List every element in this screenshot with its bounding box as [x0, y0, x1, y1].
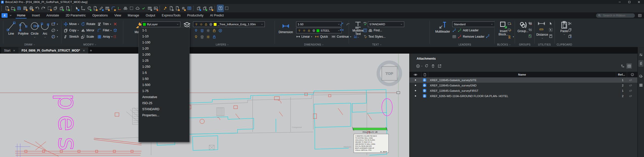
attachment-name[interactable]: XREF_118645-Gatwick_surveyFIRST [428, 89, 615, 92]
hatch-edit-icon[interactable] [104, 5, 110, 12]
utilities-group-label[interactable]: UTILITIES [538, 43, 551, 46]
sketch-icon[interactable] [110, 5, 116, 12]
layer-plot-icon[interactable] [209, 23, 212, 26]
leader-style-edit-icon[interactable] [486, 34, 490, 38]
save-as-icon[interactable] [22, 5, 28, 12]
scale-button[interactable]: Scale [81, 34, 94, 39]
tab-operations[interactable]: Operations [89, 12, 111, 18]
array-button[interactable]: Array▾ [97, 34, 112, 39]
fillet-button[interactable]: Fillet▾ [97, 28, 111, 33]
maximize-button[interactable] [628, 1, 631, 4]
leader-style-combo[interactable]: Standard [452, 21, 495, 27]
text-style-combo[interactable]: STANDARD [368, 21, 404, 27]
info-column-header[interactable] [627, 72, 638, 77]
select-cursor-icon[interactable] [74, 5, 80, 12]
mirror-button[interactable]: Mirror [81, 28, 94, 33]
add-attachment-chevron-icon[interactable] [421, 64, 423, 68]
sun-icon[interactable] [302, 29, 306, 32]
table-export-icon[interactable] [147, 5, 153, 12]
text-group-label[interactable]: TEXT [372, 43, 382, 46]
attachment-name[interactable]: XREF_118645-Gatwick_surveyGND [428, 84, 615, 87]
arc-length-dim-icon[interactable] [346, 22, 350, 26]
layer-merge-icon[interactable] [200, 35, 204, 39]
export-icon[interactable] [64, 5, 70, 12]
group-button[interactable]: Group... [516, 20, 530, 33]
edit-inplace-icon[interactable] [98, 5, 104, 12]
layers-group-label[interactable]: LAYERS [216, 43, 229, 46]
close-button[interactable] [637, 1, 640, 4]
layer-thaw-sun-icon[interactable] [199, 23, 203, 26]
visibility-column-header[interactable] [410, 72, 421, 77]
rectangle-button[interactable]: ▾ [51, 21, 58, 27]
visibility-dot[interactable] [415, 95, 416, 97]
new-file-icon[interactable] [4, 5, 10, 12]
distance-arrow-icon[interactable] [538, 21, 545, 26]
attachment-name[interactable]: XREF_6265-WD-110A-GROUND FLOOR GA PLAN- … [428, 95, 615, 98]
name-column-header[interactable]: Name [428, 72, 616, 77]
tab-active-drawing[interactable]: P24_0806_PI_GoffsPark_STRUCT_MOD* [18, 47, 88, 54]
help-page-icon[interactable] [168, 5, 174, 12]
multileader-button[interactable]: Multileader [433, 20, 453, 33]
tab-home[interactable]: Home [14, 12, 29, 18]
application-menu-button[interactable]: ʎ [2, 13, 8, 18]
link-icon[interactable] [629, 94, 632, 98]
plot-icon[interactable] [312, 29, 315, 32]
dropdown-item[interactable]: 1-500 [139, 82, 189, 88]
match-brush-icon[interactable] [162, 5, 168, 12]
pick-point-icon[interactable] [549, 21, 553, 26]
tab-2d-parametric[interactable]: 2D Parametric [62, 12, 89, 18]
explode-button[interactable] [113, 28, 117, 33]
ruler-icon[interactable] [538, 27, 545, 31]
circle-button[interactable]: Circle [29, 20, 40, 38]
dropdown-item[interactable]: 1-250 [139, 64, 189, 70]
layer-freeze-icon[interactable] [206, 29, 210, 33]
purge-icon[interactable] [174, 5, 180, 12]
ungroup-icon[interactable] [528, 21, 532, 26]
refresh-icon[interactable] [424, 64, 429, 68]
dropdown-item[interactable]: 1-10 [139, 33, 189, 39]
quick-select-icon[interactable] [549, 28, 553, 32]
angular-dim-icon[interactable] [340, 28, 344, 32]
distance-dropdown-icon[interactable] [541, 37, 543, 39]
dropdown-item[interactable]: Properties... [139, 112, 189, 118]
dropdown-item[interactable]: 1-25 [139, 58, 189, 64]
customize-icon[interactable] [180, 5, 186, 12]
block-add-icon[interactable] [507, 21, 512, 26]
remove-leader-button[interactable]: Remove Leader [452, 34, 484, 39]
hatch-button[interactable]: ▾ [51, 34, 58, 39]
bulb-icon[interactable] [298, 29, 301, 32]
stamp-icon[interactable] [128, 5, 134, 12]
dimensions-group-label[interactable]: DIMENSIONS [304, 43, 324, 46]
text-find-button[interactable]: Find... [363, 28, 382, 33]
visibility-dot[interactable] [415, 85, 416, 86]
rotate-view-icon[interactable] [86, 5, 92, 12]
properties-sliders-icon[interactable] [638, 52, 643, 58]
erase-button[interactable] [113, 21, 117, 27]
tab-expresstools[interactable]: ExpressTools [158, 12, 184, 18]
link-icon[interactable] [629, 78, 632, 82]
ref-column-header[interactable]: Ref... [616, 72, 627, 77]
group-toggle-icon[interactable] [528, 34, 532, 38]
tab-annotate[interactable]: Annotate [43, 12, 62, 18]
copy-button[interactable]: Copy▾ [64, 28, 79, 33]
polyline-button[interactable]: Polyline [17, 20, 30, 35]
brush-pages-icon[interactable] [208, 5, 214, 12]
tree-view-icon[interactable] [620, 63, 625, 69]
dropdown-item[interactable]: ISO-25 [139, 100, 189, 106]
table-view-icon[interactable] [626, 63, 632, 69]
arc-dropdown-icon[interactable] [44, 36, 46, 38]
dropdown-item[interactable]: 1-50 [139, 76, 189, 82]
visibility-dot[interactable] [415, 90, 416, 91]
copy-pages-icon[interactable] [196, 5, 202, 12]
trim-button[interactable]: Trim▾ [97, 21, 111, 27]
layer-on-bulb-icon[interactable] [195, 23, 198, 26]
revision-cloud-icon[interactable] [134, 5, 140, 12]
text-active-icon[interactable] [217, 5, 224, 12]
edit-entity-icon[interactable] [92, 5, 98, 12]
dropdown-item[interactable]: 1-200 [139, 52, 189, 58]
redo-icon[interactable] [40, 5, 46, 12]
offset-button[interactable] [113, 34, 117, 39]
attachment-row[interactable]: XREF_118645-Gatwick_surveyFIRST 1 [410, 88, 638, 93]
layer-combo[interactable]: _Tree_Influence_Extg_1.00m [193, 21, 265, 27]
move-button[interactable]: Move▾ [64, 21, 79, 27]
